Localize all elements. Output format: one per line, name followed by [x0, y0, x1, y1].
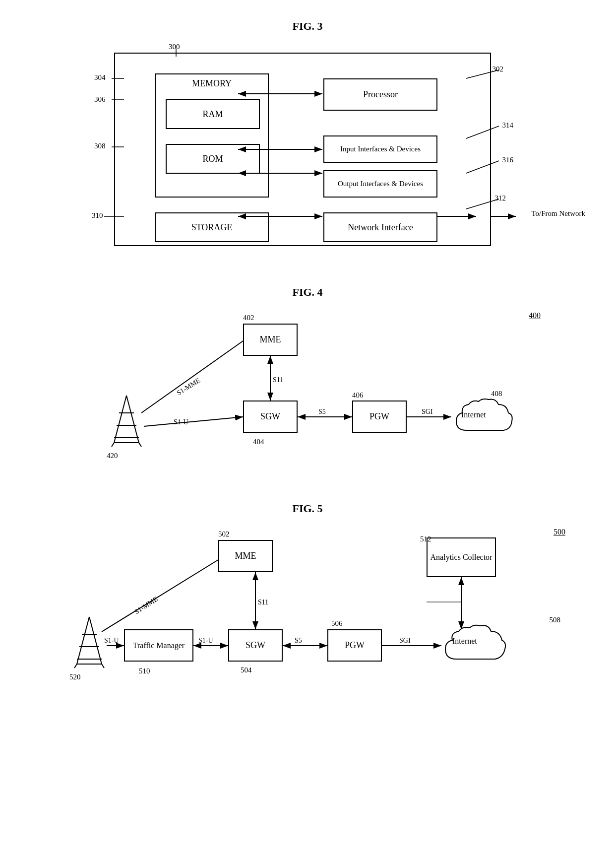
svg-text:SGI: SGI [422, 408, 433, 415]
fig5-internet-label: Internet [452, 637, 477, 646]
ref-312: 312 [495, 194, 506, 202]
svg-text:S1-MME: S1-MME [133, 595, 159, 615]
fig4-sgw-box: SGW [243, 401, 298, 433]
fig5-diagram: 500 MME 502 Traffic Manager 510 SGW 504 … [45, 525, 570, 719]
svg-line-25 [112, 443, 114, 447]
fig3-to-from-network: To/From Network [531, 209, 585, 218]
fig3-input-box: Input Interfaces & Devices [323, 135, 437, 163]
ref-300: 300 [169, 43, 180, 51]
ref-406: 406 [352, 391, 364, 400]
fig4-pgw-label: PGW [369, 411, 389, 422]
ref-402: 402 [243, 314, 254, 322]
fig5-analytics-label: Analytics Collector [430, 553, 492, 562]
fig3-output-box: Output Interfaces & Devices [323, 170, 437, 198]
fig4-internet-label: Internet [461, 410, 486, 419]
fig4-pgw-box: PGW [352, 401, 407, 433]
svg-line-46 [102, 664, 104, 668]
ref-502: 502 [218, 530, 230, 538]
ref-316: 316 [502, 156, 514, 164]
ref-506: 506 [331, 619, 343, 628]
fig3-processor-label: Processor [363, 89, 398, 100]
svg-text:S5: S5 [318, 408, 326, 415]
svg-text:S11: S11 [258, 599, 268, 606]
ref-306: 306 [94, 95, 106, 104]
svg-line-20 [126, 396, 139, 443]
fig3-ram-box: RAM [166, 99, 260, 129]
svg-line-26 [139, 443, 141, 447]
svg-text:S1-MME: S1-MME [176, 377, 202, 397]
ref-512: 512 [420, 535, 431, 543]
fig3-network-box: Network Interface [323, 212, 437, 242]
fig5-pgw-label: PGW [345, 640, 365, 651]
fig3-storage-box: STORAGE [155, 212, 269, 242]
fig3-rom-label: ROM [202, 154, 223, 164]
svg-text:S1-U: S1-U [174, 418, 188, 426]
fig4-internet-cloud: Internet [451, 396, 516, 440]
fig5-sgw-label: SGW [246, 640, 265, 651]
fig3-diagram: 300 MEMORY RAM ROM STORAGE [84, 43, 531, 256]
fig4-mme-box: MME [243, 324, 298, 356]
svg-text:S11: S11 [273, 376, 283, 384]
ref-510: 510 [139, 667, 150, 675]
ref-302: 302 [492, 65, 504, 73]
fig5-analytics-box: Analytics Collector [427, 537, 496, 577]
fig4-sgw-label: SGW [260, 411, 280, 422]
figure-5: FIG. 5 500 MME 502 Traffic Manager 510 S… [30, 502, 585, 719]
fig3-memory-label: MEMORY [156, 74, 268, 89]
fig5-traffic-label: Traffic Manager [133, 641, 184, 650]
fig3-ram-label: RAM [202, 109, 223, 120]
figure-3: FIG. 3 300 MEMORY RAM ROM STORA [30, 20, 585, 256]
fig5-antenna-svg [72, 614, 107, 669]
fig5-title: FIG. 5 [30, 502, 585, 515]
svg-line-31 [144, 417, 243, 426]
svg-line-40 [89, 617, 102, 664]
svg-line-19 [114, 396, 126, 443]
fig5-sgw-box: SGW [228, 629, 283, 662]
fig3-title: FIG. 3 [30, 20, 585, 33]
svg-line-45 [74, 664, 77, 668]
ref-508: 508 [550, 616, 561, 624]
svg-line-49 [102, 560, 218, 632]
fig4-antenna-svg [109, 393, 144, 448]
ref-308: 308 [94, 142, 106, 150]
svg-text:S5: S5 [295, 637, 302, 644]
ref-420: 420 [107, 452, 118, 460]
fig4-title: FIG. 4 [30, 286, 585, 299]
svg-text:SGI: SGI [399, 637, 411, 644]
fig4-mme-label: MME [259, 334, 281, 345]
fig4-antenna [109, 393, 144, 450]
ref-520: 520 [69, 673, 81, 681]
fig5-mme-label: MME [235, 551, 256, 561]
ref-304: 304 [94, 73, 106, 82]
fig5-mme-box: MME [218, 540, 273, 572]
fig5-pgw-box: PGW [327, 629, 382, 662]
svg-text:S1-U: S1-U [198, 637, 213, 644]
svg-line-29 [141, 341, 243, 413]
fig3-memory-box: MEMORY RAM ROM [155, 73, 269, 198]
figure-4: FIG. 4 400 MME 402 SGW 404 PGW 406 [30, 286, 585, 472]
fig5-internet-cloud: Internet [441, 622, 511, 669]
ref-500: 500 [554, 528, 565, 536]
fig5-antenna [72, 614, 107, 671]
ref-404: 404 [253, 438, 264, 446]
fig3-network-label: Network Interface [348, 222, 413, 233]
fig4-diagram: 400 MME 402 SGW 404 PGW 406 [60, 309, 555, 472]
ref-408: 408 [491, 390, 502, 398]
fig3-storage-label: STORAGE [191, 222, 233, 233]
svg-line-39 [77, 617, 89, 664]
ref-400: 400 [529, 311, 541, 320]
fig3-input-label: Input Interfaces & Devices [340, 145, 421, 153]
fig3-outer-box: MEMORY RAM ROM STORAGE Processor [114, 53, 491, 246]
ref-310: 310 [92, 211, 103, 220]
fig5-traffic-box: Traffic Manager [124, 629, 193, 662]
ref-504: 504 [241, 666, 252, 674]
fig3-processor-box: Processor [323, 78, 437, 111]
fig3-output-label: Output Interfaces & Devices [338, 180, 423, 188]
ref-314: 314 [502, 121, 514, 130]
fig3-rom-box: ROM [166, 144, 260, 174]
